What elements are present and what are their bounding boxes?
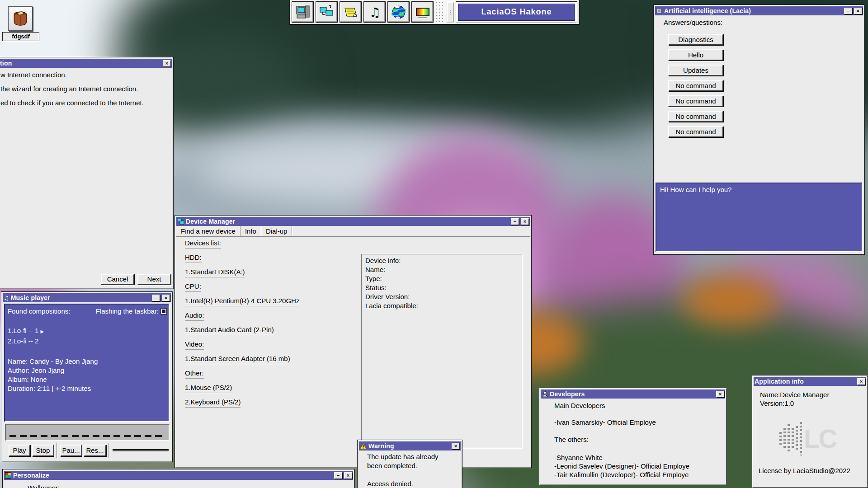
ai-chat-area[interactable]: Hi! How can I help you? — [656, 183, 863, 252]
minimize-icon[interactable]: – — [152, 295, 160, 301]
music-note-icon: ♫ — [4, 295, 9, 301]
play-button[interactable]: Play — [9, 445, 30, 456]
device-list-item[interactable]: Video: — [185, 340, 204, 350]
pause-button[interactable]: Pau... — [60, 445, 82, 456]
music-panel-header: Found compositions: Flashing the taskbar… — [8, 307, 167, 315]
device-list-row: Video: — [185, 340, 299, 355]
window-title: tion — [0, 60, 161, 67]
warning-titlebar[interactable]: Warning × — [359, 441, 461, 450]
personalize-titlebar[interactable]: Personalize – × — [4, 471, 353, 480]
desktop-icon-fdgsdf[interactable] — [8, 6, 33, 31]
music-player-titlebar[interactable]: ♫ Music player – × — [3, 293, 171, 302]
minimize-icon[interactable]: – — [844, 8, 852, 14]
track-item[interactable]: 2.Lo-fi -- 2 — [8, 336, 44, 346]
ai-button-no-command-4[interactable]: No command — [668, 126, 723, 137]
device-list-item[interactable]: 1.Mouse (PS/2) — [185, 384, 232, 393]
logo-bar — [800, 422, 802, 455]
close-icon[interactable]: × — [854, 8, 862, 14]
found-compositions-label: Found compositions: — [8, 307, 70, 315]
logo-bar — [796, 426, 798, 451]
minimize-icon[interactable]: – — [511, 218, 519, 225]
application-info-titlebar[interactable]: Application info × — [754, 377, 866, 386]
volume-slider[interactable] — [113, 449, 169, 451]
track-item[interactable]: 1.Lo-fi -- 1 ▶ — [8, 326, 44, 336]
license-text: License by LaciaStudio@2022 — [759, 467, 850, 474]
device-list-item[interactable]: Devices list: — [185, 239, 221, 249]
flashing-taskbar-checkbox[interactable] — [160, 308, 167, 314]
close-icon[interactable]: × — [857, 378, 865, 385]
resume-button[interactable]: Res... — [84, 445, 106, 456]
wizard-text-line: the wizard for creating an Internet conn… — [0, 85, 138, 93]
track-label: 2.Lo-fi -- 2 — [8, 337, 38, 345]
notes-icon — [343, 5, 359, 20]
warning-window: Warning × The update has already been co… — [357, 440, 462, 488]
button-separator — [57, 443, 57, 458]
warning-text-line: The update has already — [367, 453, 439, 460]
close-icon[interactable]: × — [163, 60, 171, 67]
person-icon — [542, 391, 548, 397]
internet-wizard-titlebar[interactable]: tion × — [0, 59, 172, 68]
button-separator — [108, 443, 109, 458]
track-label: 1.Lo-fi -- 1 — [8, 327, 38, 334]
toolbar-separator-button[interactable]: ⋮ — [447, 2, 454, 23]
device-list-item[interactable]: Audio: — [185, 311, 204, 321]
minimize-icon[interactable]: – — [334, 472, 342, 479]
toolbar-button-display[interactable] — [411, 1, 434, 23]
ai-button-no-command-3[interactable]: No command — [668, 111, 723, 122]
toolbar-grip[interactable] — [435, 2, 445, 23]
flashing-taskbar-group: Flashing the taskbar: — [96, 307, 167, 315]
developers-others-label: The others: — [554, 436, 589, 443]
window-title: Personalize — [13, 472, 332, 479]
ai-button-hello[interactable]: Hello — [668, 49, 723, 61]
device-list-item[interactable]: 1.Standart DISK(A:) — [185, 268, 245, 277]
music-progress-bar[interactable] — [5, 424, 170, 441]
close-icon[interactable]: × — [344, 472, 352, 479]
device-list-item[interactable]: 1.Standart Audio Card (2-Pin) — [185, 326, 274, 335]
logo-text: LC — [804, 422, 836, 455]
ai-button-updates[interactable]: Updates — [668, 65, 723, 76]
toolbar-button-music[interactable]: ♫ — [363, 1, 386, 23]
close-icon[interactable]: × — [452, 443, 460, 450]
device-list-item[interactable]: HDD: — [185, 253, 202, 263]
device-list-item[interactable]: 2.Keyboard (PS/2) — [185, 398, 241, 408]
device-list-row: 1.Standart DISK(A:) — [185, 268, 299, 282]
os-banner-frame: LaciaOS Hakone — [456, 1, 577, 23]
logo-bar — [783, 428, 786, 450]
device-manager-titlebar[interactable]: Device Manager – × — [176, 217, 530, 226]
music-info-panel: Found compositions: Flashing the taskbar… — [4, 304, 170, 422]
developers-window: Developers × Main Developers -Ivan Samar… — [539, 388, 727, 485]
menu-item-find-new-device[interactable]: Find a new device — [176, 226, 241, 236]
menu-item-info[interactable]: Info — [241, 226, 261, 236]
close-icon[interactable]: × — [162, 295, 170, 301]
stop-button[interactable]: Stop — [32, 445, 54, 456]
device-list-row: 2.Keyboard (PS/2) — [185, 398, 299, 413]
ai-titlebar[interactable]: Artificial intelligence (Lacia) – × — [655, 6, 863, 15]
warning-text-line: been completed. — [367, 462, 417, 469]
developers-titlebar[interactable]: Developers × — [541, 389, 725, 399]
toolbar-button-devices[interactable] — [316, 1, 338, 23]
globe-icon — [391, 5, 406, 20]
cancel-button[interactable]: Cancel — [101, 274, 134, 285]
window-title: Music player — [11, 294, 150, 301]
ai-button-no-command-1[interactable]: No command — [668, 80, 723, 91]
device-list-item[interactable]: 1.Standart Screen Adapter (16 mb) — [185, 355, 290, 364]
os-banner: LaciaOS Hakone — [458, 4, 575, 21]
close-icon[interactable]: × — [716, 391, 724, 398]
toolbar-button-internet[interactable] — [387, 1, 410, 23]
ai-button-no-command-2[interactable]: No command — [668, 95, 723, 107]
close-icon[interactable]: × — [521, 218, 529, 225]
device-list-item[interactable]: CPU: — [185, 282, 201, 292]
toolbar-button-computer[interactable] — [292, 1, 314, 23]
menu-item-dialup[interactable]: Dial-up — [261, 226, 292, 236]
device-list-item[interactable]: Other: — [185, 369, 204, 379]
ai-label: Answers/questions: — [664, 19, 722, 26]
device-list: Devices list: HDD: 1.Standart DISK(A:) C… — [185, 239, 299, 413]
next-button[interactable]: Next — [137, 274, 171, 285]
ai-button-diagnostics[interactable]: Diagnostics — [668, 34, 723, 45]
desktop-icon-label[interactable]: fdgsdf — [2, 32, 39, 41]
device-list-item[interactable]: 1.Intel(R) Pentium(R) 4 CPU 3.20GHz — [185, 297, 299, 306]
toolbar-button-notes[interactable] — [340, 1, 362, 23]
device-list-row: Devices list: — [185, 239, 299, 253]
window-title: Developers — [550, 390, 714, 398]
music-icon: ♫ — [367, 5, 382, 20]
